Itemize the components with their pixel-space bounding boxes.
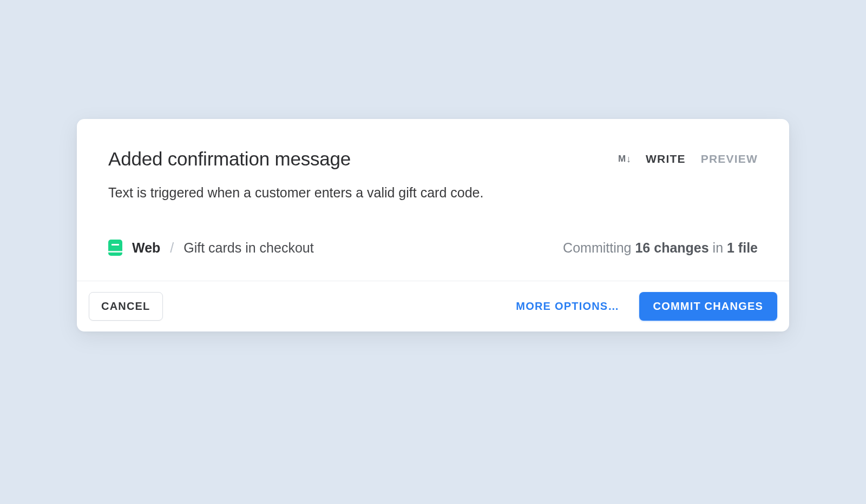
commit-description[interactable]: Text is triggered when a customer enters… (108, 185, 758, 201)
markdown-icon-arrow: ↓ (626, 154, 631, 164)
dialog-body: Added confirmation message M ↓ WRITE PRE… (77, 119, 789, 281)
commit-dialog: Added confirmation message M ↓ WRITE PRE… (77, 119, 789, 331)
dialog-footer: CANCEL MORE OPTIONS… COMMIT CHANGES (77, 281, 789, 331)
branch-name[interactable]: Gift cards in checkout (183, 240, 313, 256)
more-options-button[interactable]: MORE OPTIONS… (513, 293, 622, 320)
tab-preview[interactable]: PREVIEW (701, 152, 758, 165)
summary-prefix: Committing (563, 240, 635, 255)
commit-summary: Committing 16 changes in 1 file (563, 240, 758, 256)
footer-right: MORE OPTIONS… COMMIT CHANGES (513, 292, 777, 321)
dialog-header: Added confirmation message M ↓ WRITE PRE… (108, 148, 758, 170)
meta-row: Web / Gift cards in checkout Committing … (108, 240, 758, 256)
editor-controls: M ↓ WRITE PREVIEW (618, 152, 758, 165)
commit-changes-button[interactable]: COMMIT CHANGES (639, 292, 777, 321)
commit-title[interactable]: Added confirmation message (108, 148, 351, 170)
cancel-button[interactable]: CANCEL (89, 292, 163, 321)
breadcrumb-separator: / (170, 240, 174, 256)
summary-files: 1 file (727, 240, 758, 255)
breadcrumb: Web / Gift cards in checkout (108, 240, 314, 256)
markdown-icon-letter: M (618, 154, 625, 164)
summary-changes: 16 changes (635, 240, 708, 255)
project-name[interactable]: Web (132, 240, 160, 256)
summary-mid: in (709, 240, 727, 255)
project-icon (108, 240, 122, 256)
markdown-icon[interactable]: M ↓ (618, 154, 631, 164)
tab-write[interactable]: WRITE (646, 152, 686, 165)
